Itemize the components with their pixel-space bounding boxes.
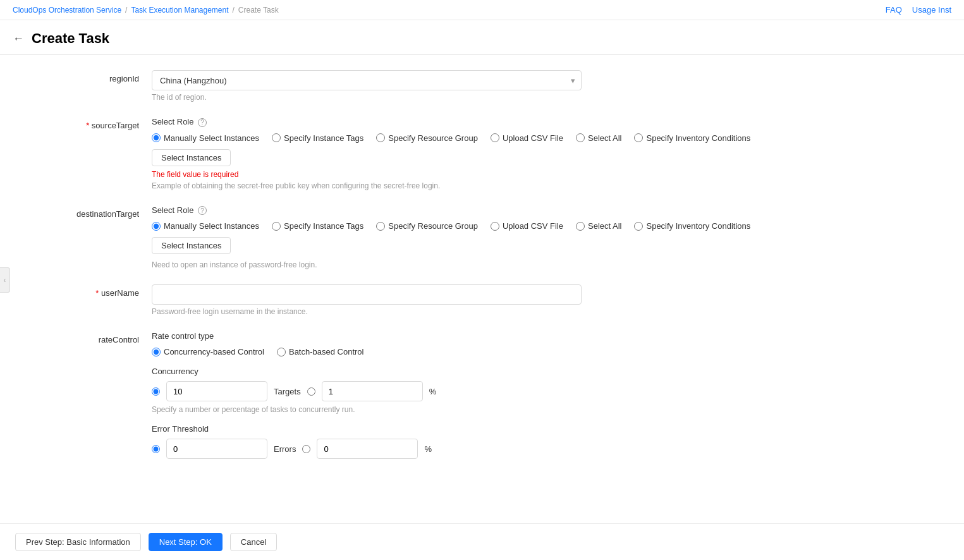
region-id-select[interactable]: China (Hangzhou) China (Beijing) China (… (152, 70, 582, 90)
concurrency-pct-label: % (429, 387, 437, 396)
destination-role-radio-group: Manually Select Instances Specify Instan… (152, 221, 872, 231)
dest-resource-label: Specify Resource Group (388, 221, 478, 231)
faq-link[interactable]: FAQ (886, 5, 902, 15)
concurrency-control-option[interactable]: Concurrency-based Control (152, 347, 264, 356)
destination-select-role-label: Select Role ? (152, 205, 872, 216)
error-threshold-row: Errors % (152, 439, 872, 459)
breadcrumb-cloudops[interactable]: CloudOps Orchestration Service (13, 6, 121, 15)
source-tags-option[interactable]: Specify Instance Tags (272, 133, 363, 143)
source-inventory-label: Specify Inventory Conditions (646, 133, 750, 143)
dest-manually-option[interactable]: Manually Select Instances (152, 221, 259, 231)
source-select-instances-button[interactable]: Select Instances (152, 149, 231, 166)
source-csv-label: Upload CSV File (503, 133, 563, 143)
error-pct-label: % (424, 444, 432, 454)
concurrency-row: Targets % (152, 381, 872, 401)
dest-resource-option[interactable]: Specify Resource Group (376, 221, 478, 231)
error-threshold-title: Error Threshold (152, 424, 872, 434)
dest-select-instances-button[interactable]: Select Instances (152, 237, 231, 254)
form-container: regionId China (Hangzhou) China (Beijing… (0, 55, 885, 541)
username-hint: Password-free login username in the inst… (152, 307, 872, 316)
source-manually-option[interactable]: Manually Select Instances (152, 133, 259, 143)
concurrency-hint: Specify a number or percentage of tasks … (152, 405, 872, 414)
username-label: userName (13, 284, 139, 298)
back-button[interactable]: ← (13, 32, 24, 46)
source-role-radio-group: Manually Select Instances Specify Instan… (152, 133, 872, 143)
destination-target-label: destinationTarget (13, 205, 139, 219)
source-select-role-label: Select Role ? (152, 117, 872, 127)
error-pct-radio[interactable] (302, 445, 310, 453)
page-title: Create Task (32, 30, 109, 47)
source-csv-option[interactable]: Upload CSV File (491, 133, 563, 143)
username-content: Password-free login username in the inst… (152, 284, 872, 316)
usage-link[interactable]: Usage Inst (912, 5, 951, 15)
breadcrumb-sep-1: / (125, 6, 127, 15)
breadcrumb-sep-2: / (233, 6, 235, 15)
destination-target-content: Select Role ? Manually Select Instances … (152, 205, 872, 270)
dest-all-label: Select All (588, 221, 621, 231)
region-id-content: China (Hangzhou) China (Beijing) China (… (152, 70, 872, 102)
dest-tags-label: Specify Instance Tags (284, 221, 363, 231)
source-all-option[interactable]: Select All (576, 133, 621, 143)
dest-csv-label: Upload CSV File (503, 221, 563, 231)
source-target-row: sourceTarget Select Role ? Manually Sele… (13, 117, 872, 190)
dest-tags-option[interactable]: Specify Instance Tags (272, 221, 363, 231)
dest-hint-text: Need to open an instance of password-fre… (152, 260, 872, 269)
dest-all-option[interactable]: Select All (576, 221, 621, 231)
source-inventory-option[interactable]: Specify Inventory Conditions (634, 133, 750, 143)
dest-csv-option[interactable]: Upload CSV File (491, 221, 563, 231)
username-row: userName Password-free login username in… (13, 284, 872, 316)
concurrency-section-title: Concurrency (152, 367, 872, 376)
source-manually-label: Manually Select Instances (164, 133, 259, 143)
region-id-row: regionId China (Hangzhou) China (Beijing… (13, 70, 872, 102)
error-pct-input[interactable] (317, 439, 418, 459)
rate-type-radio-group: Concurrency-based Control Batch-based Co… (152, 347, 872, 356)
concurrency-number-radio[interactable] (152, 387, 160, 396)
concurrency-number-input[interactable] (166, 381, 267, 401)
source-hint-text: Example of obtaining the secret-free pub… (152, 181, 872, 190)
rate-type-label: Rate control type (152, 331, 872, 341)
source-resource-option[interactable]: Specify Resource Group (376, 133, 478, 143)
breadcrumb: CloudOps Orchestration Service / Task Ex… (13, 6, 279, 15)
rate-control-row: rateControl Rate control type Concurrenc… (13, 331, 872, 463)
username-input[interactable] (152, 284, 582, 305)
next-step-button[interactable]: Next Step: OK (149, 533, 223, 541)
top-nav-links: FAQ Usage Inst (886, 5, 951, 15)
destination-help-icon[interactable]: ? (198, 206, 207, 215)
batch-control-option[interactable]: Batch-based Control (277, 347, 364, 356)
rate-control-content: Rate control type Concurrency-based Cont… (152, 331, 872, 463)
breadcrumb-task-exec[interactable]: Task Execution Management (131, 6, 228, 15)
breadcrumb-current: Create Task (238, 6, 279, 15)
region-id-label: regionId (13, 70, 139, 83)
source-error-text: The field value is required (152, 170, 872, 179)
batch-control-label: Batch-based Control (289, 347, 364, 356)
error-number-input[interactable] (166, 439, 267, 459)
concurrency-pct-input[interactable] (322, 381, 423, 401)
source-target-label: sourceTarget (13, 117, 139, 130)
concurrency-control-label: Concurrency-based Control (164, 347, 264, 356)
rate-control-label: rateControl (13, 331, 139, 344)
source-resource-label: Specify Resource Group (388, 133, 478, 143)
page-header: ← Create Task (0, 20, 964, 55)
destination-target-row: destinationTarget Select Role ? Manually… (13, 205, 872, 270)
footer-bar: Prev Step: Basic Information Next Step: … (0, 523, 964, 541)
dest-manually-label: Manually Select Instances (164, 221, 259, 231)
source-target-content: Select Role ? Manually Select Instances … (152, 117, 872, 190)
prev-step-button[interactable]: Prev Step: Basic Information (15, 533, 141, 541)
concurrency-pct-radio[interactable] (307, 387, 315, 396)
cancel-button[interactable]: Cancel (230, 533, 277, 541)
dest-inventory-label: Specify Inventory Conditions (646, 221, 750, 231)
source-all-label: Select All (588, 133, 621, 143)
source-help-icon[interactable]: ? (198, 118, 207, 127)
source-tags-label: Specify Instance Tags (284, 133, 363, 143)
error-number-radio[interactable] (152, 445, 160, 453)
errors-label: Errors (274, 444, 296, 454)
top-nav: CloudOps Orchestration Service / Task Ex… (0, 0, 964, 20)
targets-label: Targets (274, 387, 301, 396)
sidebar-collapse-button[interactable]: ‹ (0, 267, 10, 293)
dest-inventory-option[interactable]: Specify Inventory Conditions (634, 221, 750, 231)
region-id-hint: The id of region. (152, 93, 872, 102)
